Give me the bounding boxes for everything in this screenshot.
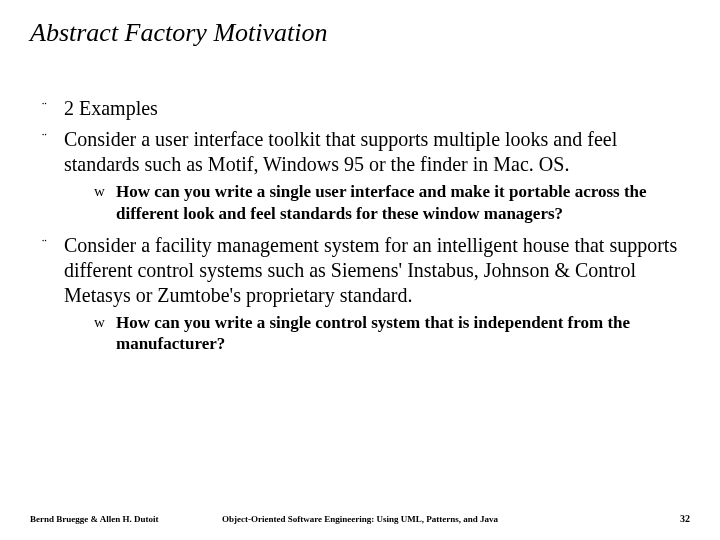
bullet-text: 2 Examples: [64, 97, 158, 119]
page-title: Abstract Factory Motivation: [30, 18, 690, 48]
list-item: Consider a user interface toolkit that s…: [42, 127, 690, 225]
list-item: Consider a facility management system fo…: [42, 233, 690, 356]
sub-text: How can you write a single user interfac…: [116, 182, 647, 223]
sub-list: How can you write a single user interfac…: [64, 181, 690, 225]
sub-text: How can you write a single control syste…: [116, 313, 630, 354]
sub-item: How can you write a single control syste…: [94, 312, 690, 356]
bullet-text: Consider a facility management system fo…: [64, 234, 677, 306]
footer: Bernd Bruegge & Allen H. Dutoit Object-O…: [0, 513, 720, 524]
bullet-list: 2 Examples Consider a user interface too…: [30, 96, 690, 355]
list-item: 2 Examples: [42, 96, 690, 121]
footer-book: Object-Oriented Software Engineering: Us…: [195, 514, 525, 524]
slide: Abstract Factory Motivation 2 Examples C…: [0, 0, 720, 355]
sub-item: How can you write a single user interfac…: [94, 181, 690, 225]
page-number: 32: [525, 513, 690, 524]
bullet-text: Consider a user interface toolkit that s…: [64, 128, 617, 175]
footer-author: Bernd Bruegge & Allen H. Dutoit: [30, 514, 195, 524]
sub-list: How can you write a single control syste…: [64, 312, 690, 356]
